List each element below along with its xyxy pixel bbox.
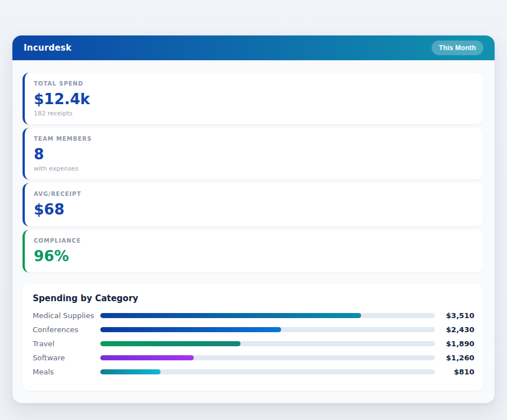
chart-row: Medical Supplies$3,510 [33, 309, 474, 323]
stat-card-avg-receipt: AVG/RECEIPT $68 [23, 183, 483, 226]
bar-fill [100, 341, 241, 346]
stat-value: $68 [34, 201, 473, 218]
bar-track [100, 369, 435, 374]
stat-label: AVG/RECEIPT [34, 191, 473, 197]
chart-title: Spending by Category [33, 293, 474, 303]
bar-track [100, 313, 435, 318]
bar-fill [100, 327, 281, 332]
stat-label: TEAM MEMBERS [34, 136, 473, 142]
category-value: $1,260 [435, 354, 474, 362]
stat-subtext: with expenses [34, 165, 473, 172]
stat-value: $12.4k [34, 91, 473, 108]
stat-card-total-spend: TOTAL SPEND $12.4k 182 receipts [23, 73, 483, 124]
category-value: $810 [435, 368, 474, 376]
category-value: $1,890 [435, 339, 474, 348]
stat-value: 8 [34, 146, 473, 163]
app-header: Incurdesk This Month [12, 35, 495, 60]
bar-track [100, 355, 435, 360]
dashboard-panel: Incurdesk This Month TOTAL SPEND $12.4k … [12, 35, 495, 403]
category-value: $2,430 [435, 325, 474, 334]
bar-fill [100, 369, 161, 374]
category-label: Medical Supplies [33, 311, 100, 320]
stat-card-compliance: COMPLIANCE 96% [23, 230, 483, 272]
stat-label: COMPLIANCE [34, 238, 473, 244]
chart-row: Conferences$2,430 [33, 323, 474, 337]
category-label: Travel [33, 339, 100, 348]
category-label: Meals [33, 368, 100, 376]
stat-subtext: 182 receipts [34, 110, 473, 117]
bar-track [100, 341, 435, 346]
stat-card-team-members: TEAM MEMBERS 8 with expenses [23, 128, 483, 180]
chart-rows: Medical Supplies$3,510Conferences$2,430T… [33, 309, 474, 379]
chart-row: Meals$810 [33, 365, 474, 379]
chart-row: Travel$1,890 [33, 337, 474, 351]
bar-track [100, 327, 435, 332]
category-value: $3,510 [435, 311, 474, 320]
category-label: Software [33, 354, 100, 362]
stat-value: 96% [34, 248, 473, 265]
bar-fill [100, 355, 194, 360]
stat-label: TOTAL SPEND [34, 81, 473, 87]
spending-by-category-chart: Spending by Category Medical Supplies$3,… [23, 284, 483, 391]
dashboard-content: TOTAL SPEND $12.4k 182 receipts TEAM MEM… [12, 60, 495, 403]
category-label: Conferences [33, 325, 100, 334]
app-title: Incurdesk [24, 43, 72, 53]
chart-row: Software$1,260 [33, 351, 474, 365]
bar-fill [100, 313, 361, 318]
period-badge[interactable]: This Month [432, 41, 483, 55]
